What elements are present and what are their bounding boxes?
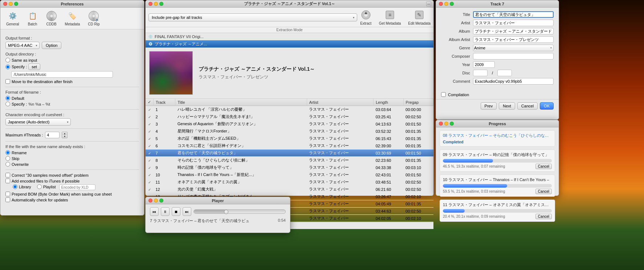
table-row[interactable]: ✓ 3 Genesis of Aquarion「創聖のアクエリオン」 ラスマス・… <box>146 120 433 128</box>
library-radio[interactable] <box>13 184 17 189</box>
title-input[interactable] <box>473 11 554 18</box>
char-encoding-select[interactable]: Japanese (Auto-detect) <box>5 118 71 126</box>
general-icon: ⚙️ <box>7 11 18 21</box>
table-row[interactable]: ✓ 4 星間飛行「マクロスFrontier」 ラスマス・フェイバー 03:52:… <box>146 128 433 135</box>
toolbar-batch[interactable]: 📋 Batch <box>25 10 40 27</box>
max-threads-input[interactable] <box>45 132 60 138</box>
table-row[interactable]: ✓ 9 時の記憶「僕の地球を守って」 ラスマス・フェイバー 04:33:38 0… <box>146 164 433 171</box>
ok-button[interactable]: OK <box>540 102 554 110</box>
track-pregap: 00:01:50 <box>403 150 433 157</box>
table-row[interactable]: ✓ 11 オネアミスの翼「オネアミスの翼」 ラスマス・フェイバー 03:48:5… <box>146 179 433 186</box>
specify-filename-label: Specify : <box>12 102 27 106</box>
auto-update-checkbox[interactable] <box>5 197 10 202</box>
table-row[interactable]: ✓ 8 そらのむこう「ひぐらしのなく頃に解」 ラスマス・フェイバー 02:23:… <box>146 157 433 164</box>
composer-row: Composer <box>441 53 554 60</box>
set-button[interactable]: set <box>28 64 40 70</box>
threads-down[interactable]: ▼ <box>62 135 67 138</box>
cancel-item-btn[interactable]: Cancel <box>535 214 552 219</box>
artist-input[interactable] <box>473 20 554 26</box>
extract-action[interactable]: Extract <box>360 9 372 25</box>
specify-dir-radio[interactable] <box>5 65 10 69</box>
player-progress-bar[interactable] <box>193 209 286 214</box>
album-input[interactable] <box>473 28 554 34</box>
year-input[interactable] <box>473 61 495 68</box>
toolbar-general[interactable]: ⚙️ General <box>4 10 21 27</box>
table-row[interactable]: ✓ 1 ハレ晴レユカイ 「涼宮ハルヒの憂鬱」 ラスマス・フェイバー 03:03:… <box>146 106 433 113</box>
format-value: %n %a – %t <box>28 102 50 106</box>
format-filename-label: Format of filename : <box>5 90 139 94</box>
composer-field-label: Composer <box>441 54 470 58</box>
cancel-item-btn[interactable]: Cancel <box>535 164 552 169</box>
minimize-button[interactable] <box>9 2 13 6</box>
threads-up[interactable]: ▲ <box>62 132 67 135</box>
get-metadata-action[interactable]: ≡ Get Metadata <box>379 9 401 25</box>
correct-offset-checkbox[interactable] <box>5 173 10 177</box>
player-forward-btn[interactable]: ⏭ <box>183 207 191 216</box>
track-check: ✓ <box>148 122 151 126</box>
toolbar-metadata[interactable]: 🏷️ Metadata <box>63 10 82 27</box>
extraction-mode-select[interactable]: Include pre-gap for all tracks <box>148 13 357 21</box>
album-artist-input[interactable] <box>473 36 554 43</box>
output-format-select[interactable]: MPEG-4 AAC <box>5 42 40 49</box>
genre-row: Genre Anime <box>441 45 554 51</box>
progress-min-btn[interactable] <box>444 122 448 126</box>
cancel-button[interactable]: Cancel <box>517 102 538 110</box>
skip-radio[interactable] <box>5 156 10 161</box>
track-check: ✓ <box>148 159 151 163</box>
option-button[interactable]: Option <box>42 42 61 49</box>
table-row[interactable]: ✓ 2 ハッピー☆マテリアル「魔法先生ネギま!」 ラスマス・フェイバー 03:2… <box>146 113 433 120</box>
main-close-button[interactable] <box>148 2 152 6</box>
table-row[interactable]: ✓ 5 水の証「機動戦士ガンダムSEED」 ラスマス・フェイバー 06:15:4… <box>146 135 433 142</box>
progress-close-btn[interactable] <box>439 122 443 126</box>
rename-radio[interactable] <box>5 150 10 155</box>
track-title: Genesis of Aquarion「創聖のアクエリオン」 <box>175 120 307 128</box>
disc-input[interactable] <box>473 70 488 76</box>
main-minimize-button[interactable] <box>154 2 158 6</box>
threads-stepper[interactable]: ▲ ▼ <box>62 132 68 138</box>
album-list-item-0[interactable]: 💿 FINAL FANTASY VII Origi... <box>146 33 433 40</box>
cancel-item-btn[interactable]: Cancel <box>535 189 552 194</box>
album-list-item-1[interactable]: 💿 プラチナ・ジャズ ～アニメ... <box>146 40 433 48</box>
default-filename-radio[interactable] <box>5 96 10 101</box>
genre-select[interactable]: Anime <box>473 45 554 51</box>
player-max-btn[interactable] <box>159 199 163 202</box>
disc-total-input[interactable] <box>497 70 512 76</box>
comment-input[interactable] <box>473 78 554 85</box>
playlist-input[interactable] <box>59 184 95 190</box>
same-as-input-radio[interactable] <box>5 58 10 62</box>
add-itunes-checkbox[interactable] <box>5 179 10 183</box>
move-checkbox[interactable] <box>5 79 10 84</box>
player-handle[interactable] <box>224 210 228 214</box>
prev-button[interactable]: Prev <box>481 102 497 110</box>
table-row[interactable]: ✓ 7 君をのせて「天空の城ラピュタ」 ラスマス・フェイバー 03:30:69 … <box>146 150 433 157</box>
table-row[interactable]: ✓ 10 Thanatos - If I Can't Be Yours –「新世… <box>146 171 433 179</box>
overwrite-radio[interactable] <box>5 162 10 167</box>
progress-max-btn[interactable] <box>450 122 454 126</box>
track-min-btn[interactable] <box>444 2 448 6</box>
composer-input[interactable] <box>473 53 554 60</box>
player-min-btn[interactable] <box>154 199 158 202</box>
track-title-bar: Track 7 <box>436 0 559 8</box>
next-button[interactable]: Next <box>499 102 515 110</box>
edit-metadata-action[interactable]: ✎ Edit Metadata <box>408 9 431 25</box>
close-button[interactable] <box>3 2 7 6</box>
toolbar-cdrip[interactable]: 🔊 CD Rip <box>86 10 102 27</box>
track-max-btn[interactable] <box>450 2 454 6</box>
track-pregap: 00:01:35 <box>403 135 433 142</box>
player-pause-btn[interactable]: ⏸ <box>161 207 170 216</box>
specify-filename-radio[interactable] <box>5 102 10 106</box>
collapse-button[interactable]: — <box>426 1 431 7</box>
player-stop-btn[interactable]: ⏹ <box>172 207 180 216</box>
compilation-checkbox[interactable] <box>441 92 446 97</box>
playlist-radio[interactable] <box>37 184 42 189</box>
toolbar-cddb[interactable]: CDDB <box>44 10 59 27</box>
path-display: /Users/tmkk/Music <box>11 71 113 78</box>
main-maximize-button[interactable] <box>159 2 163 6</box>
track-close-btn[interactable] <box>439 2 443 6</box>
player-close-btn[interactable] <box>148 199 152 202</box>
prepend-bom-checkbox[interactable] <box>5 192 10 196</box>
player-rewind-btn[interactable]: ⏮ <box>150 207 159 216</box>
table-row[interactable]: ✓ 12 光の天使「幻魔大戦」 ラスマス・フェイバー 06:21:60 00:0… <box>146 186 433 193</box>
maximize-button[interactable] <box>14 2 18 6</box>
table-row[interactable]: ✓ 6 コスモスに君と「伝説巨神イデオン」 ラスマス・フェイバー 02:39:0… <box>146 142 433 150</box>
